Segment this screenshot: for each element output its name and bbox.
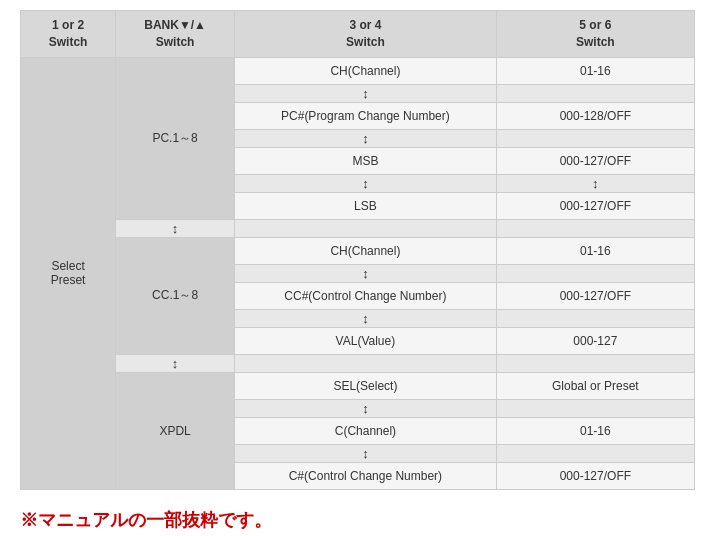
- group-label: CC.1～8: [116, 237, 235, 354]
- arrow-col3: [235, 219, 497, 237]
- row-col4: 000-127/OFF: [496, 147, 694, 174]
- row-col4: 000-127/OFF: [496, 462, 694, 489]
- row-col4: ↕: [496, 174, 694, 192]
- arrow-col3: [235, 354, 497, 372]
- header-col4: 5 or 6 Switch: [496, 11, 694, 58]
- row-col3: ↕: [235, 309, 497, 327]
- row-col4: [496, 264, 694, 282]
- note-text: ※マニュアルの一部抜粋です。: [0, 500, 715, 536]
- row-col3: ↕: [235, 444, 497, 462]
- row-col3: ↕: [235, 84, 497, 102]
- row-col3: C#(Control Change Number): [235, 462, 497, 489]
- row-col3: SEL(Select): [235, 372, 497, 399]
- row-col3: CC#(Control Change Number): [235, 282, 497, 309]
- row-col4: 01-16: [496, 237, 694, 264]
- row-col3: CH(Channel): [235, 237, 497, 264]
- header-col2: BANK▼/▲ Switch: [116, 11, 235, 58]
- row-col3: ↕: [235, 174, 497, 192]
- row-col3: C(Channel): [235, 417, 497, 444]
- group-label: PC.1～8: [116, 57, 235, 219]
- row-col4: [496, 399, 694, 417]
- main-table: 1 or 2 Switch BANK▼/▲ Switch 3 or 4 Swit…: [20, 10, 695, 490]
- arrow-col4: [496, 219, 694, 237]
- main-container: 1 or 2 Switch BANK▼/▲ Switch 3 or 4 Swit…: [0, 0, 715, 500]
- row-col4: [496, 84, 694, 102]
- select-preset-label: Select Preset: [21, 57, 116, 489]
- bank-arrow: ↕: [116, 219, 235, 237]
- row-col3: MSB: [235, 147, 497, 174]
- row-col4: 000-127/OFF: [496, 282, 694, 309]
- group-label: XPDL: [116, 372, 235, 489]
- row-col4: Global or Preset: [496, 372, 694, 399]
- row-col3: ↕: [235, 129, 497, 147]
- row-col4: [496, 129, 694, 147]
- row-col3: ↕: [235, 399, 497, 417]
- row-col4: [496, 309, 694, 327]
- row-col4: 000-128/OFF: [496, 102, 694, 129]
- row-col4: [496, 444, 694, 462]
- header-col1: 1 or 2 Switch: [21, 11, 116, 58]
- row-col3: LSB: [235, 192, 497, 219]
- row-col3: VAL(Value): [235, 327, 497, 354]
- row-col4: 000-127/OFF: [496, 192, 694, 219]
- row-col4: 000-127: [496, 327, 694, 354]
- arrow-col4: [496, 354, 694, 372]
- row-col4: 01-16: [496, 57, 694, 84]
- row-col4: 01-16: [496, 417, 694, 444]
- row-col3: ↕: [235, 264, 497, 282]
- bank-arrow: ↕: [116, 354, 235, 372]
- header-col3: 3 or 4 Switch: [235, 11, 497, 58]
- row-col3: PC#(Program Change Number): [235, 102, 497, 129]
- row-col3: CH(Channel): [235, 57, 497, 84]
